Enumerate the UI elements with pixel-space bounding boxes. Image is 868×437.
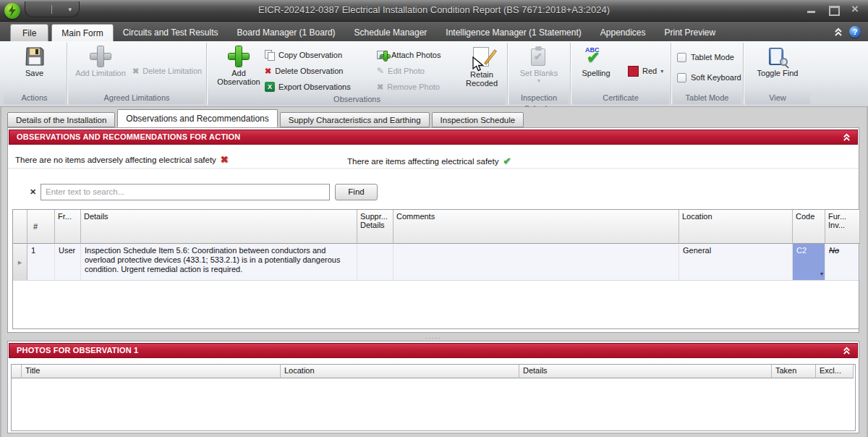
green-check-icon: ✔ bbox=[503, 156, 511, 166]
add-observation-label: Add Observation bbox=[215, 69, 263, 86]
tab-supply-characteristics[interactable]: Supply Characteristics and Earthing bbox=[280, 112, 430, 127]
photos-panel-title: PHOTOS FOR OBSERVATION 1 bbox=[17, 346, 138, 355]
column-header-code[interactable]: Code bbox=[793, 210, 825, 244]
column-header-title[interactable]: Title bbox=[22, 365, 281, 378]
quick-access-toolbar[interactable]: ▾ bbox=[25, 1, 80, 17]
column-header-excluded[interactable]: Excl... bbox=[816, 365, 854, 378]
add-observation-button[interactable]: Add Observation bbox=[213, 45, 265, 88]
maximize-button[interactable] bbox=[826, 4, 841, 14]
tab-circuits[interactable]: Circuits and Test Results bbox=[114, 24, 228, 41]
tablet-mode-checkbox[interactable]: Tablet Mode bbox=[677, 50, 734, 64]
cell-suppress[interactable] bbox=[357, 244, 393, 280]
grip-dots-icon: ..... bbox=[425, 335, 442, 339]
red-swatch-icon bbox=[628, 66, 639, 77]
table-empty-area bbox=[13, 281, 859, 328]
cell-further-investigation[interactable]: No bbox=[825, 244, 860, 280]
collapse-ribbon-icon[interactable] bbox=[833, 27, 843, 37]
group-label-view: View bbox=[745, 93, 810, 104]
cell-location[interactable]: General bbox=[679, 244, 793, 280]
edit-photo-button[interactable]: ✎ Edit Photo bbox=[377, 64, 452, 78]
column-header-comments[interactable]: Comments bbox=[393, 210, 679, 244]
tab-details-of-installation[interactable]: Details of the Installation bbox=[7, 112, 115, 127]
tab-inspection-schedule[interactable]: Inspection Schedule bbox=[432, 112, 524, 127]
copy-icon bbox=[265, 50, 275, 61]
group-label-inspection-schedule: Inspection Sched... bbox=[509, 93, 569, 104]
column-header-location[interactable]: Location bbox=[281, 365, 519, 378]
row-selector[interactable]: ▸ bbox=[13, 244, 27, 280]
column-header-details[interactable]: Details bbox=[81, 210, 357, 244]
cell-code[interactable]: C2 ▾ bbox=[793, 244, 825, 280]
ribbon-group-actions: Save Actions bbox=[2, 43, 67, 105]
tab-file[interactable]: File bbox=[10, 24, 48, 41]
red-color-dropdown[interactable]: Red ▾ bbox=[628, 64, 663, 78]
column-header-suppress[interactable]: Suppr... Details bbox=[357, 210, 393, 244]
group-label-actions: Actions bbox=[4, 93, 65, 104]
attach-photos-button[interactable]: Attach Photos bbox=[377, 48, 452, 62]
chevron-down-icon: ▾ bbox=[537, 77, 540, 84]
collapse-panel-icon[interactable] bbox=[842, 132, 851, 142]
spelling-icon: ABC✔ bbox=[585, 46, 607, 67]
column-header-location[interactable]: Location bbox=[679, 210, 793, 244]
column-header-further-investigation[interactable]: Fur... Inv... bbox=[825, 210, 860, 244]
status-no-items-label: There are no items adversely affecting e… bbox=[15, 156, 216, 164]
retain-recoded-button[interactable]: Retain Recoded bbox=[459, 45, 505, 89]
remove-photo-button[interactable]: ✖ Remove Photo bbox=[377, 80, 452, 94]
cell-comments[interactable] bbox=[393, 244, 679, 280]
column-header-selector bbox=[13, 210, 27, 244]
minimize-button[interactable] bbox=[804, 4, 819, 14]
search-input[interactable] bbox=[41, 184, 330, 200]
edit-photo-label: Edit Photo bbox=[388, 67, 425, 75]
column-header-details[interactable]: Details bbox=[519, 365, 772, 378]
delete-observation-button[interactable]: ✖ Delete Observation bbox=[265, 64, 370, 78]
toggle-find-button[interactable]: Toggle Find bbox=[755, 45, 801, 79]
copy-observation-button[interactable]: Copy Observation bbox=[265, 48, 370, 62]
cell-from[interactable]: User bbox=[55, 244, 81, 280]
group-label-certificate: Certificate bbox=[572, 93, 669, 104]
export-observations-button[interactable]: X Export Observations bbox=[265, 80, 370, 94]
add-limitation-button[interactable]: Add Limitation bbox=[72, 45, 129, 79]
cell-number[interactable]: 1 bbox=[27, 244, 55, 280]
attach-photos-icon bbox=[377, 51, 388, 59]
tab-board-manager[interactable]: Board Manager (1 Board) bbox=[228, 24, 345, 41]
code-value: C2 bbox=[796, 246, 807, 255]
add-limitation-icon bbox=[90, 46, 111, 67]
window-controls: ✕ bbox=[804, 4, 862, 14]
save-button[interactable]: Save bbox=[22, 45, 47, 79]
tab-intelligence-manager[interactable]: Intelligence Manager (1 Statement) bbox=[436, 24, 590, 41]
app-icon[interactable] bbox=[4, 3, 20, 19]
save-label: Save bbox=[25, 69, 43, 77]
table-row[interactable]: ▸ 1 User Inspection Schedule Item 5.6: C… bbox=[13, 244, 859, 281]
help-icon[interactable]: ? bbox=[849, 26, 861, 38]
column-header-number[interactable]: # bbox=[27, 210, 55, 244]
soft-keyboard-checkbox[interactable]: Soft Keyboard bbox=[677, 70, 741, 85]
set-blanks-button[interactable]: ✔ Set Blanks ▾ bbox=[518, 45, 561, 85]
tab-print-preview[interactable]: Print Preview bbox=[655, 24, 726, 41]
cell-details[interactable]: Inspection Schedule Item 5.6: Coordinati… bbox=[81, 244, 357, 280]
group-label-agreed-limitations: Agreed Limitations bbox=[69, 93, 205, 104]
page-tab-bar: Details of the Installation Observations… bbox=[7, 110, 526, 127]
column-header-suppress-line1: Suppr... bbox=[360, 212, 390, 221]
tab-schedule-manager[interactable]: Schedule Manager bbox=[345, 24, 437, 41]
close-button[interactable]: ✕ bbox=[848, 4, 862, 14]
delete-observation-label: Delete Observation bbox=[275, 67, 343, 75]
observations-panel-title: OBSERVATIONS AND RECOMMENDATIONS FOR ACT… bbox=[17, 132, 240, 141]
collapse-panel-icon[interactable] bbox=[842, 346, 851, 355]
red-cross-icon: ✖ bbox=[221, 154, 229, 165]
tab-appendices[interactable]: Appendices bbox=[591, 24, 655, 41]
tab-main-form[interactable]: Main Form bbox=[51, 24, 113, 41]
clear-search-icon[interactable]: ✕ bbox=[30, 187, 36, 197]
find-button[interactable]: Find bbox=[335, 184, 378, 200]
panel-splitter[interactable]: ..... bbox=[7, 333, 859, 341]
status-no-items: There are no items adversely affecting e… bbox=[15, 154, 229, 165]
window-title: EICR-202412-0387 Electrical Installation… bbox=[0, 4, 868, 15]
retain-recoded-label: Retain Recoded bbox=[461, 70, 503, 88]
ribbon-group-observations: Add Observation Copy Observation ✖ Delet… bbox=[207, 43, 508, 105]
delete-limitation-button[interactable]: ✖ Delete Limitation bbox=[132, 64, 202, 78]
column-header-taken[interactable]: Taken bbox=[772, 365, 816, 378]
spelling-button[interactable]: ABC✔ Spelling bbox=[576, 45, 616, 79]
column-header-from[interactable]: Fr... bbox=[55, 210, 81, 244]
photos-table: Title Location Details Taken Excl... bbox=[11, 364, 856, 431]
chevron-down-icon[interactable]: ▾ bbox=[820, 269, 823, 279]
chevron-down-icon[interactable]: ▾ bbox=[68, 6, 72, 13]
tab-observations-recommendations[interactable]: Observations and Recommendations bbox=[117, 109, 277, 127]
